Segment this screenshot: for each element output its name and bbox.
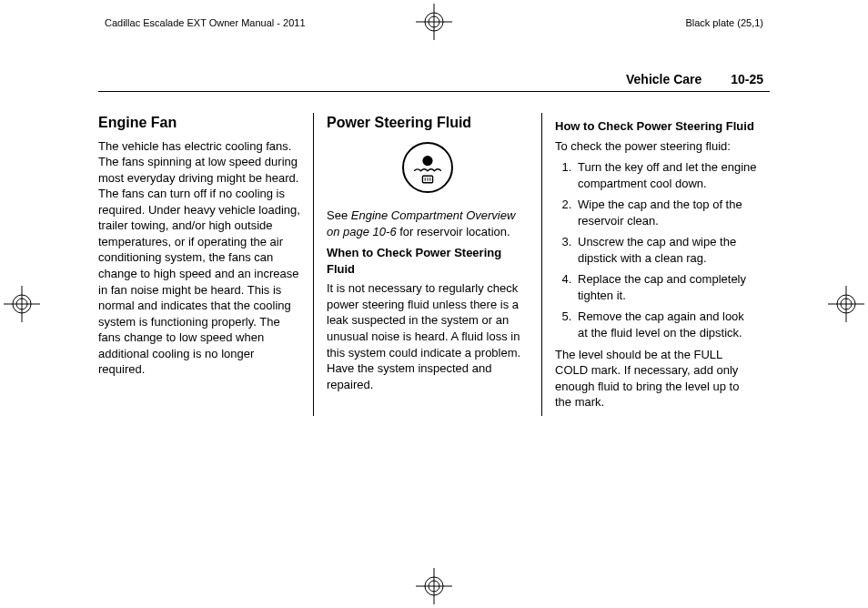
manual-title: Cadillac Escalade EXT Owner Manual - 201… — [105, 16, 306, 30]
step-item: Wipe the cap and the top of the reservoi… — [575, 197, 757, 228]
how-check-heading: How to Check Power Steering Fluid — [555, 118, 757, 135]
power-steering-icon — [327, 142, 529, 196]
plate-info: Black plate (25,1) — [685, 16, 763, 30]
page-header: Vehicle Care 10-25 — [626, 71, 763, 88]
content: Engine Fan The vehicle has electric cool… — [98, 113, 770, 416]
registration-mark-icon — [4, 286, 40, 322]
when-check-heading: When to Check Power Steering Fluid — [327, 245, 529, 277]
when-check-body: It is not necessary to regularly check p… — [327, 280, 529, 392]
registration-mark-icon — [828, 286, 864, 322]
see-prefix: See — [327, 208, 351, 222]
power-steering-heading: Power Steering Fluid — [327, 113, 529, 133]
step-item: Turn the key off and let the engine comp… — [575, 159, 757, 191]
page-number: 10-25 — [731, 72, 763, 86]
registration-mark-icon — [416, 568, 452, 604]
steering-fluid-icon — [404, 144, 451, 191]
svg-point-0 — [422, 156, 432, 166]
registration-mark-icon — [416, 4, 452, 40]
how-check-outro: The level should be at the FULL COLD mar… — [555, 347, 757, 410]
section-title: Vehicle Care — [626, 72, 701, 86]
column-2: Power Steering Fluid See Engine Compartm… — [313, 113, 541, 416]
see-reference: See Engine Compartment Overview on page … — [327, 208, 529, 239]
column-3: How to Check Power Steering Fluid To che… — [541, 113, 770, 416]
engine-fan-heading: Engine Fan — [98, 113, 300, 133]
check-steps: Turn the key off and let the engine comp… — [575, 159, 757, 340]
step-item: Unscrew the cap and wipe the dipstick wi… — [575, 234, 757, 266]
step-item: Replace the cap and completely tighten i… — [575, 271, 757, 303]
see-suffix: for reservoir location. — [397, 225, 510, 238]
step-item: Remove the cap again and look at the flu… — [575, 309, 757, 340]
how-check-intro: To check the power steering fluid: — [555, 138, 757, 155]
header-rule — [98, 91, 770, 92]
engine-fan-body: The vehicle has electric cooling fans. T… — [98, 138, 300, 378]
column-1: Engine Fan The vehicle has electric cool… — [98, 113, 313, 416]
